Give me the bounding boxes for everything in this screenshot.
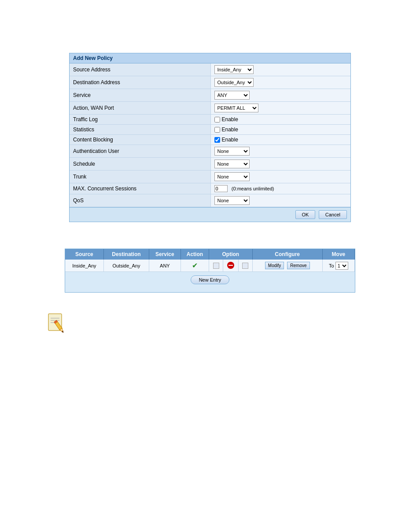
statistics-row: Statistics Enable	[70, 125, 350, 135]
source-address-select[interactable]: Inside_Any Outside_Any ANY	[214, 65, 254, 74]
traffic-log-label: Traffic Log	[70, 115, 210, 125]
action-wan-row: Action, WAN Port PERMIT ALL DENY ALLOW	[70, 102, 350, 115]
cell-option-2	[223, 260, 238, 272]
cell-source: Inside_Any	[65, 260, 103, 272]
modify-button[interactable]: Modify	[265, 262, 284, 269]
cell-action: ✔	[181, 260, 209, 272]
max-sessions-value[interactable]: (0:means unlimited)	[210, 183, 350, 194]
schedule-row: Schedule None Schedule1	[70, 158, 350, 171]
option-square-2	[242, 263, 248, 269]
traffic-log-checkbox[interactable]	[214, 117, 220, 123]
option-square-1	[213, 263, 219, 269]
auth-user-value[interactable]: None User1	[210, 145, 350, 158]
statistics-enable-label: Enable	[222, 126, 238, 133]
cell-service: ANY	[149, 260, 181, 272]
auth-user-row: Authentication User None User1	[70, 145, 350, 158]
destination-address-row: Destination Address Inside_Any Outside_A…	[70, 76, 350, 89]
new-entry-button[interactable]: New Entry	[191, 275, 230, 284]
cancel-button[interactable]: Cancel	[319, 210, 347, 219]
ok-button[interactable]: OK	[295, 210, 316, 219]
cell-configure[interactable]: Modify Remove	[252, 260, 322, 272]
schedule-select[interactable]: None Schedule1	[214, 160, 250, 168]
note-icon-area	[44, 310, 411, 338]
schedule-label: Schedule	[70, 158, 210, 171]
statistics-label: Statistics	[70, 125, 210, 135]
col-configure: Configure	[252, 249, 322, 260]
destination-address-value[interactable]: Inside_Any Outside_Any ANY	[210, 76, 350, 89]
content-blocking-checkbox[interactable]	[214, 137, 220, 143]
trunk-row: Trunk None Trunk1	[70, 171, 350, 183]
destination-address-select[interactable]: Inside_Any Outside_Any ANY	[214, 78, 254, 87]
move-select[interactable]: 1 2 3	[335, 262, 348, 270]
remove-button[interactable]: Remove	[287, 262, 309, 269]
statistics-value[interactable]: Enable	[210, 125, 350, 135]
new-entry-row: New Entry	[65, 272, 355, 288]
cell-option-1	[209, 260, 223, 272]
auth-user-select[interactable]: None User1	[214, 147, 250, 156]
action-check-icon: ✔	[192, 262, 198, 269]
cell-option-3	[238, 260, 252, 272]
cell-destination: Outside_Any	[103, 260, 149, 272]
action-wan-select[interactable]: PERMIT ALL DENY ALLOW	[214, 104, 258, 112]
col-source: Source	[65, 249, 103, 260]
col-destination: Destination	[103, 249, 149, 260]
statistics-checkbox[interactable]	[214, 127, 220, 133]
content-blocking-enable-label: Enable	[222, 137, 238, 143]
service-row: Service ANY HTTP FTP	[70, 89, 350, 102]
source-address-value[interactable]: Inside_Any Outside_Any ANY	[210, 63, 350, 76]
destination-address-label: Destination Address	[70, 76, 210, 89]
auth-user-label: Authentication User	[70, 145, 210, 158]
max-sessions-label: MAX. Concurrent Sessions	[70, 183, 210, 194]
table-header-row: Source Destination Service Action Option…	[65, 249, 355, 260]
traffic-log-row: Traffic Log Enable	[70, 115, 350, 125]
col-option: Option	[209, 249, 253, 260]
traffic-log-value[interactable]: Enable	[210, 115, 350, 125]
cell-move[interactable]: To 1 2 3	[322, 260, 354, 272]
trunk-value[interactable]: None Trunk1	[210, 171, 350, 183]
qos-select[interactable]: None QoS1	[214, 196, 250, 205]
col-action: Action	[181, 249, 209, 260]
col-move: Move	[322, 249, 354, 260]
policy-table: Source Destination Service Action Option…	[65, 249, 355, 272]
policy-table-container: Source Destination Service Action Option…	[65, 249, 355, 293]
form-title: Add New Policy	[70, 53, 350, 63]
pencil-icon	[44, 310, 68, 334]
form-fields-table: Source Address Inside_Any Outside_Any AN…	[70, 63, 350, 207]
max-sessions-row: MAX. Concurrent Sessions (0:means unlimi…	[70, 183, 350, 194]
action-wan-label: Action, WAN Port	[70, 102, 210, 115]
form-buttons: OK Cancel	[70, 207, 350, 222]
page-wrapper: Add New Policy Source Address Inside_Any…	[0, 0, 420, 509]
add-policy-form: Add New Policy Source Address Inside_Any…	[69, 53, 351, 222]
source-address-row: Source Address Inside_Any Outside_Any AN…	[70, 63, 350, 76]
qos-row: QoS None QoS1	[70, 194, 350, 207]
trunk-label: Trunk	[70, 171, 210, 183]
action-wan-value[interactable]: PERMIT ALL DENY ALLOW	[210, 102, 350, 115]
table-row: Inside_Any Outside_Any ANY ✔ Modify Remo…	[65, 260, 355, 272]
max-sessions-note: (0:means unlimited)	[232, 186, 274, 191]
qos-label: QoS	[70, 194, 210, 207]
qos-value[interactable]: None QoS1	[210, 194, 350, 207]
move-to-label: To	[329, 263, 334, 268]
service-select[interactable]: ANY HTTP FTP	[214, 91, 250, 100]
col-service: Service	[149, 249, 181, 260]
content-blocking-row: Content Blocking Enable	[70, 135, 350, 145]
schedule-value[interactable]: None Schedule1	[210, 158, 350, 171]
max-sessions-input[interactable]	[214, 185, 228, 192]
source-address-label: Source Address	[70, 63, 210, 76]
content-blocking-label: Content Blocking	[70, 135, 210, 145]
service-value[interactable]: ANY HTTP FTP	[210, 89, 350, 102]
trunk-select[interactable]: None Trunk1	[214, 172, 250, 181]
content-blocking-value[interactable]: Enable	[210, 135, 350, 145]
service-label: Service	[70, 89, 210, 102]
action-stop-icon	[227, 262, 234, 269]
traffic-log-enable-label: Enable	[222, 116, 238, 123]
